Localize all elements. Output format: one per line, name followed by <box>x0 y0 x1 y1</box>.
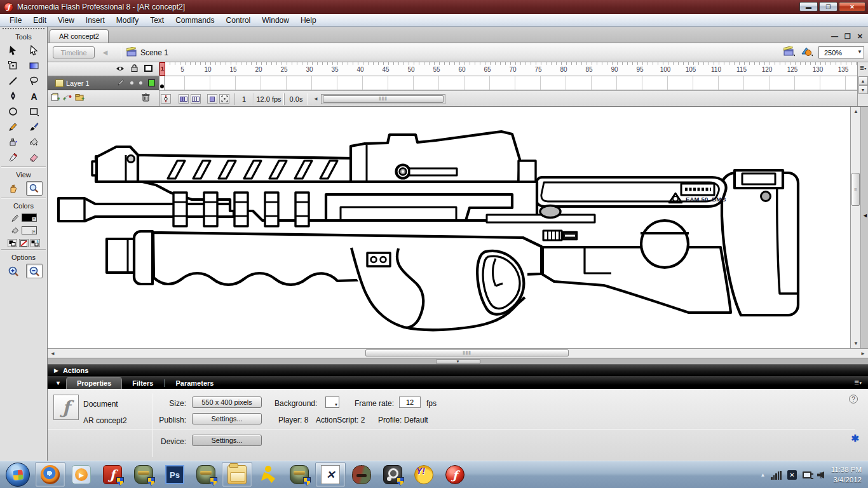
timeline-scroll-down-icon[interactable]: ▼ <box>858 85 868 94</box>
menu-item-view[interactable]: View <box>52 15 80 25</box>
hand-tool[interactable] <box>5 181 22 196</box>
menu-item-edit[interactable]: Edit <box>27 15 52 25</box>
network-signal-icon[interactable] <box>771 471 782 480</box>
taskbar-button-steam[interactable] <box>377 462 408 487</box>
mdi-minimize-icon[interactable]: — <box>831 33 838 40</box>
oval-tool[interactable] <box>5 104 22 119</box>
lasso-tool[interactable] <box>26 74 43 88</box>
minimize-button[interactable]: ▬ <box>799 2 818 11</box>
delete-layer-trash-icon[interactable] <box>142 93 150 104</box>
device-settings-button[interactable]: Settings... <box>192 435 262 446</box>
layer-visibility-dot[interactable] <box>130 81 133 85</box>
insert-layer-folder-icon[interactable]: + <box>74 93 85 104</box>
scene-name[interactable]: Scene 1 <box>140 48 168 57</box>
vertical-scrollbar-thumb[interactable]: ≡ <box>851 173 860 206</box>
timeline-scrollbar[interactable]: ⦀⦀⦀ <box>321 94 445 104</box>
scroll-right-icon[interactable]: ► <box>860 351 865 356</box>
taskbar-button-aim[interactable] <box>253 462 283 487</box>
mdi-close-icon[interactable]: ✕ <box>857 33 863 40</box>
menu-item-control[interactable]: Control <box>220 15 257 25</box>
ink-bottle-tool[interactable] <box>5 135 22 149</box>
lock-layers-icon[interactable] <box>131 64 138 74</box>
playhead[interactable]: 1 <box>159 62 165 76</box>
collapse-arrow-icon[interactable]: ▼ <box>55 380 61 386</box>
taskbar-button-halo-chief-1[interactable] <box>128 462 159 487</box>
layer-frames-row[interactable] <box>159 76 857 90</box>
gradient-transform-tool[interactable] <box>26 58 43 73</box>
scroll-left-icon[interactable]: ◄ <box>50 351 55 356</box>
default-colors-button[interactable] <box>8 239 17 247</box>
zoom-out-option[interactable] <box>26 264 43 278</box>
zoom-level-select[interactable]: 250% ▼ <box>818 46 864 58</box>
collapse-right-panel-icon[interactable]: ◄ <box>862 212 868 219</box>
menu-item-insert[interactable]: Insert <box>80 15 111 25</box>
fill-color-swatch[interactable]: ▾ <box>22 226 37 234</box>
selection-tool[interactable] <box>5 43 22 58</box>
timeline-scroll-left-icon[interactable]: ◄ <box>313 96 318 102</box>
outline-layers-icon[interactable] <box>144 65 153 74</box>
horizontal-scrollbar[interactable]: ◄ ⦀⦀⦀ ► <box>48 348 868 358</box>
edit-multiple-frames-icon[interactable] <box>207 94 217 104</box>
xfire-tray-icon[interactable]: ✕ <box>787 470 797 480</box>
layer-lock-dot[interactable] <box>139 81 142 85</box>
timeline-scroll-up-icon[interactable]: ▲ <box>858 76 868 85</box>
menu-item-modify[interactable]: Modify <box>111 15 144 25</box>
center-frame-icon[interactable] <box>161 94 171 104</box>
power-plug-icon[interactable] <box>803 471 811 478</box>
frame-ruler[interactable]: 5101520253035404550556065707580859095100… <box>159 62 857 76</box>
taskbar-button-firefox[interactable] <box>35 462 65 487</box>
pen-tool[interactable] <box>5 89 22 104</box>
taskbar-button-halo-chief-2[interactable] <box>191 462 221 487</box>
menu-item-text[interactable]: Text <box>144 15 170 25</box>
menu-item-file[interactable]: File <box>4 15 27 25</box>
subselection-tool[interactable] <box>26 43 43 58</box>
tab-parameters[interactable]: Parameters <box>165 377 224 389</box>
no-color-button[interactable] <box>19 239 29 247</box>
layer-name[interactable]: Layer 1 <box>66 79 90 87</box>
modify-onion-markers-icon[interactable] <box>219 94 229 104</box>
horizontal-scrollbar-thumb[interactable]: ⦀⦀⦀ <box>365 349 569 356</box>
menu-item-window[interactable]: Window <box>256 15 295 25</box>
stage-canvas[interactable]: EAM 50. BMG <box>48 107 850 348</box>
timeline-toggle-button[interactable]: Timeline <box>53 46 95 58</box>
taskbar-button-flash-player[interactable] <box>440 462 470 487</box>
timeline-scrollbar-thumb[interactable]: ⦀⦀⦀ <box>323 95 444 103</box>
taskbar-button-explorer-folder[interactable] <box>222 462 252 487</box>
menu-item-help[interactable]: Help <box>295 15 322 25</box>
insert-layer-icon[interactable]: + <box>50 93 60 104</box>
eyedropper-tool[interactable] <box>5 150 22 165</box>
zoom-tool[interactable] <box>26 181 43 196</box>
onion-skin-icon[interactable] <box>179 94 189 104</box>
tab-filters[interactable]: Filters <box>122 377 163 389</box>
flash-player-blue-icon[interactable]: ✱ <box>851 433 859 444</box>
free-transform-tool[interactable] <box>5 58 22 73</box>
close-button[interactable]: ✕ <box>839 2 865 11</box>
scroll-up-icon[interactable]: ▲ <box>853 109 858 114</box>
taskbar-button-halo-helmet[interactable] <box>346 462 377 487</box>
panel-menu-icon[interactable]: ≣▾ <box>854 379 862 386</box>
expand-arrow-icon[interactable]: ▶ <box>54 367 58 374</box>
edit-symbols-icon[interactable] <box>801 46 813 58</box>
taskbar-button-wmp[interactable] <box>66 462 97 487</box>
line-tool[interactable] <box>5 74 22 88</box>
frame-rate-display[interactable]: 12.0 fps <box>254 93 284 105</box>
size-button[interactable]: 550 x 400 pixels <box>192 396 262 408</box>
show-hide-layers-icon[interactable] <box>116 65 125 74</box>
text-tool[interactable]: A <box>26 89 43 104</box>
mdi-restore-icon[interactable]: ❐ <box>844 33 851 40</box>
swap-colors-button[interactable] <box>31 239 40 247</box>
taskbar-clock[interactable]: 11:38 PM 3/4/2012 <box>831 465 862 485</box>
zoom-in-option[interactable] <box>5 264 22 278</box>
back-arrow-icon[interactable]: ◄ <box>101 48 109 57</box>
restore-button[interactable]: ❐ <box>819 2 837 11</box>
onion-skin-outlines-icon[interactable] <box>191 94 201 104</box>
taskbar-button-flash8[interactable] <box>97 462 128 487</box>
volume-icon[interactable]: )) <box>817 471 823 478</box>
tab-properties[interactable]: Properties <box>66 377 122 389</box>
help-icon[interactable]: ? <box>849 395 858 403</box>
pencil-tool[interactable] <box>5 119 22 134</box>
taskbar-button-halo-chief-3[interactable] <box>284 462 315 487</box>
keyframe-cell[interactable] <box>159 76 165 90</box>
timeline-frames[interactable]: 5101520253035404550556065707580859095100… <box>159 62 857 106</box>
scroll-down-icon[interactable]: ▼ <box>853 341 858 346</box>
